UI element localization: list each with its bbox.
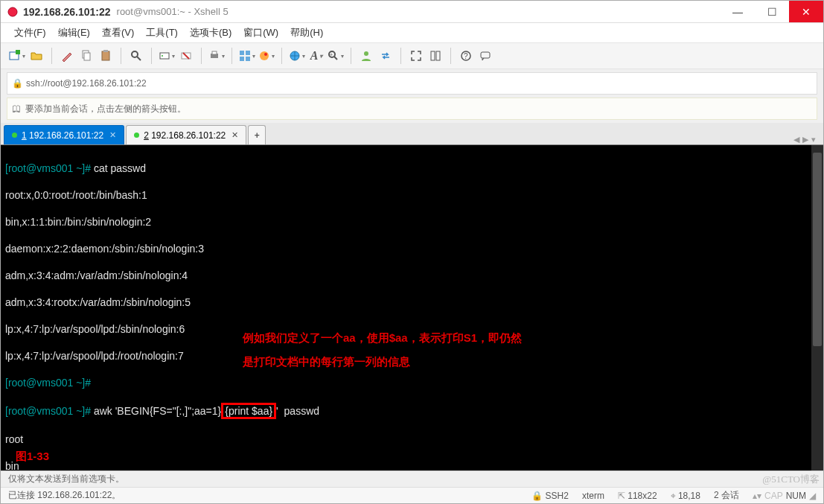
tab-nav: ◀ ▶ ▾ <box>793 135 820 144</box>
prompt: [root@vms001 ~]# <box>5 377 91 389</box>
status-toggles: ▴▾ CAP NUM ◢ <box>753 491 816 501</box>
tab-list-icon[interactable]: ▾ <box>811 135 816 144</box>
address-bar[interactable]: 🔒 ssh://root@192.168.26.101:22 <box>7 72 817 95</box>
disconnect-icon[interactable] <box>177 47 195 65</box>
menu-window[interactable]: 窗口(W) <box>239 25 283 41</box>
separator <box>400 48 401 64</box>
svg-line-8 <box>137 57 141 60</box>
figure-label: 图1-33 <box>16 450 49 463</box>
print-icon[interactable] <box>208 47 226 65</box>
address-url: ssh://root@192.168.26.101:22 <box>26 78 147 89</box>
status-num: NUM <box>786 491 806 501</box>
session-tab-1[interactable]: 1 192.168.26.101:22 ✕ <box>4 125 124 144</box>
output-line: adm,x:3:4:adm:/var/adm:/sbin/nologin:4 <box>5 269 819 282</box>
tab-label: 192.168.26.101:22 <box>29 130 103 141</box>
prompt: [root@vms001 ~]# <box>5 162 91 174</box>
tab-close-icon[interactable]: ✕ <box>109 130 116 140</box>
svg-rect-2 <box>16 50 20 54</box>
scrollbar-thumb[interactable] <box>813 153 822 346</box>
svg-rect-15 <box>240 51 244 55</box>
lock-icon: 🔒 <box>12 78 23 89</box>
menu-tools[interactable]: 工具(T) <box>141 25 182 41</box>
find-icon[interactable] <box>127 47 145 65</box>
resize-grip-icon[interactable]: ◢ <box>809 491 816 501</box>
layout-icon[interactable] <box>238 47 256 65</box>
svg-rect-6 <box>103 50 108 52</box>
annotation-line1: 例如我们定义了一个aa，使用$aa，表示打印S1，即仍然 <box>243 331 522 345</box>
hint-bar: 🕮 要添加当前会话，点击左侧的箭头按钮。 <box>7 98 817 120</box>
tab-close-icon[interactable]: ✕ <box>231 130 238 140</box>
menu-view[interactable]: 查看(V) <box>98 25 138 41</box>
menubar: 文件(F) 编辑(E) 查看(V) 工具(T) 选项卡(B) 窗口(W) 帮助(… <box>1 23 823 42</box>
title-subtitle: root@vms001:~ - Xshell 5 <box>117 6 229 17</box>
output-line: lp:x,4:7:lp:/var/spool/lpd:/root/nologin… <box>5 349 819 363</box>
close-button[interactable]: ✕ <box>789 1 823 22</box>
properties-icon[interactable] <box>58 47 76 65</box>
fullscreen-icon[interactable] <box>407 47 425 65</box>
toolbar: A + ? <box>1 42 823 69</box>
command-awk-box: {print $aa} <box>225 405 272 417</box>
status-cap: CAP <box>764 491 783 501</box>
status-term: xterm <box>582 491 604 501</box>
output-line: adm,x:3:4:rootx:/var/adm:/sbin/nologin:5 <box>5 296 819 309</box>
add-tab-button[interactable]: + <box>248 125 266 144</box>
highlight-box: {print $aa} <box>221 403 276 419</box>
svg-point-0 <box>8 7 17 16</box>
session-tab-bar: 1 192.168.26.101:22 ✕ 2 192.168.26.101:2… <box>1 123 823 145</box>
open-session-icon[interactable] <box>28 47 45 65</box>
svg-rect-27 <box>436 51 440 60</box>
font-icon[interactable]: A <box>307 47 325 65</box>
new-session-icon[interactable] <box>8 47 26 65</box>
connection-status: 已连接 192.168.26.101:22。 <box>8 489 121 502</box>
color-icon[interactable] <box>258 47 275 65</box>
terminal-scrollbar[interactable] <box>811 145 823 470</box>
separator <box>51 48 52 64</box>
dropdown-icon[interactable]: ⌵ <box>811 474 816 485</box>
users-icon[interactable] <box>357 47 375 65</box>
separator <box>351 48 351 64</box>
tab-next-icon[interactable]: ▶ <box>802 135 808 144</box>
svg-rect-18 <box>246 57 250 61</box>
globe-icon[interactable] <box>288 47 306 65</box>
prompt: [root@vms001 ~]# <box>5 405 91 417</box>
menu-edit[interactable]: 编辑(E) <box>54 25 95 41</box>
paste-icon[interactable] <box>97 47 115 65</box>
annotation-line2: 是打印文档中的每行第一列的信息 <box>243 355 410 369</box>
svg-point-20 <box>264 53 267 56</box>
output-line: root <box>5 433 819 446</box>
minimize-button[interactable]: — <box>721 1 755 22</box>
tab-hotkey: 2 <box>144 130 149 141</box>
copy-icon[interactable] <box>77 47 95 65</box>
send-target-bar[interactable]: 仅将文本发送到当前选项卡。 ⌵ <box>1 470 823 487</box>
app-icon <box>7 6 19 18</box>
maximize-button[interactable]: ☐ <box>755 1 789 22</box>
status-cursor: ⌖ 18,18 <box>671 491 700 501</box>
svg-rect-9 <box>160 53 169 59</box>
transfer-icon[interactable] <box>377 47 395 65</box>
zoom-icon[interactable]: + <box>327 47 345 65</box>
output-line: bin,x:1:1:bin:/bin:/sbin/nologin:2 <box>5 215 819 229</box>
command-awk-pre: awk 'BEGIN{FS="[:,]";aa=1} <box>94 405 221 417</box>
tab-hotkey: 1 <box>22 130 27 141</box>
menu-tabs[interactable]: 选项卡(B) <box>185 25 236 41</box>
feedback-icon[interactable] <box>476 47 494 65</box>
svg-rect-26 <box>431 51 435 60</box>
status-sessions: 2 会话 <box>714 489 739 502</box>
status-lock-icon: 🔒 SSH2 <box>531 491 569 501</box>
terminal[interactable]: [root@vms001 ~]# cat passwd root:x,0:0:r… <box>1 145 823 470</box>
separator <box>151 48 152 64</box>
menu-help[interactable]: 帮助(H) <box>286 25 328 41</box>
help-icon[interactable]: ? <box>457 47 475 65</box>
tab-prev-icon[interactable]: ◀ <box>793 135 799 144</box>
separator <box>450 48 451 64</box>
status-updown-icon: ▴▾ <box>753 491 761 501</box>
reconnect-icon[interactable] <box>158 47 176 65</box>
tile-icon[interactable] <box>427 47 444 65</box>
bookmark-icon[interactable]: 🕮 <box>12 103 21 114</box>
menu-file[interactable]: 文件(F) <box>10 25 51 41</box>
send-target-text: 仅将文本发送到当前选项卡。 <box>8 473 124 485</box>
session-tab-2[interactable]: 2 192.168.26.101:22 ✕ <box>126 125 246 144</box>
titlebar: 192.168.26.101:22 root@vms001:~ - Xshell… <box>1 1 823 23</box>
tab-label: 192.168.26.101:22 <box>151 130 226 141</box>
status-dot-icon <box>134 133 139 138</box>
